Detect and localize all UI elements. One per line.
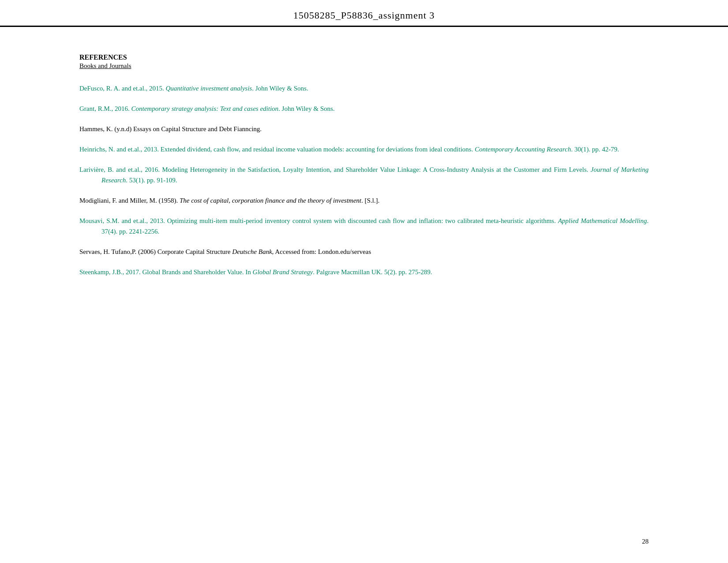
- list-item: Heinrichs, N. and et.al., 2013. Extended…: [79, 144, 649, 155]
- ref-text: Servaes, H. Tufano,P. (2006) Corporate C…: [79, 248, 371, 255]
- list-item: Mousavi, S.M. and et.al., 2013. Optimizi…: [79, 215, 649, 237]
- ref-text: Grant, R.M., 2016. Contemporary strategy…: [79, 105, 335, 112]
- ref-italic-text: Deutsche Bank: [232, 248, 272, 255]
- list-item: Hammes, K. (y.n.d) Essays on Capital Str…: [79, 124, 649, 134]
- list-item: Larivière, B. and et.al., 2016. Modeling…: [79, 164, 649, 185]
- ref-italic-text: Quantitative investment analysis: [165, 85, 252, 92]
- list-item: Steenkamp, J.B., 2017. Global Brands and…: [79, 267, 649, 277]
- ref-italic-text: Contemporary Accounting Research: [475, 146, 571, 153]
- ref-italic-text: The cost of capital, corporation finance…: [180, 197, 361, 204]
- ref-italic-text: Journal of Marketing Research: [101, 166, 649, 184]
- ref-text: Steenkamp, J.B., 2017. Global Brands and…: [79, 268, 432, 276]
- main-content: REFERENCES Books and Journals DeFusco, R…: [0, 27, 728, 314]
- books-journals-link[interactable]: Books and Journals: [79, 62, 131, 70]
- ref-text: DeFusco, R. A. and et.al., 2015. Quantit…: [79, 85, 308, 92]
- document-title: 15058285_P58836_assignment 3: [293, 10, 435, 21]
- page-header: 15058285_P58836_assignment 3: [0, 0, 728, 27]
- list-item: Servaes, H. Tufano,P. (2006) Corporate C…: [79, 246, 649, 257]
- list-item: Modigliani, F. and Miller, M. (1958). Th…: [79, 195, 649, 206]
- ref-text: Hammes, K. (y.n.d) Essays on Capital Str…: [79, 125, 262, 132]
- ref-text: Mousavi, S.M. and et.al., 2013. Optimizi…: [79, 217, 649, 235]
- page-number: 28: [642, 538, 649, 545]
- page: 15058285_P58836_assignment 3 REFERENCES …: [0, 0, 728, 563]
- ref-text: Heinrichs, N. and et.al., 2013. Extended…: [79, 146, 619, 153]
- references-heading: REFERENCES: [79, 53, 649, 61]
- references-section: REFERENCES Books and Journals DeFusco, R…: [79, 53, 649, 277]
- references-list: DeFusco, R. A. and et.al., 2015. Quantit…: [79, 83, 649, 277]
- ref-italic-text: Applied Mathematical Modelling: [558, 217, 647, 224]
- ref-text: Larivière, B. and et.al., 2016. Modeling…: [79, 166, 649, 184]
- list-item: DeFusco, R. A. and et.al., 2015. Quantit…: [79, 83, 649, 94]
- ref-italic-text: Contemporary strategy analysis: Text and…: [131, 105, 279, 112]
- list-item: Grant, R.M., 2016. Contemporary strategy…: [79, 103, 649, 114]
- ref-italic-text: Global Brand Strategy: [253, 268, 313, 276]
- ref-text: Modigliani, F. and Miller, M. (1958). Th…: [79, 197, 379, 204]
